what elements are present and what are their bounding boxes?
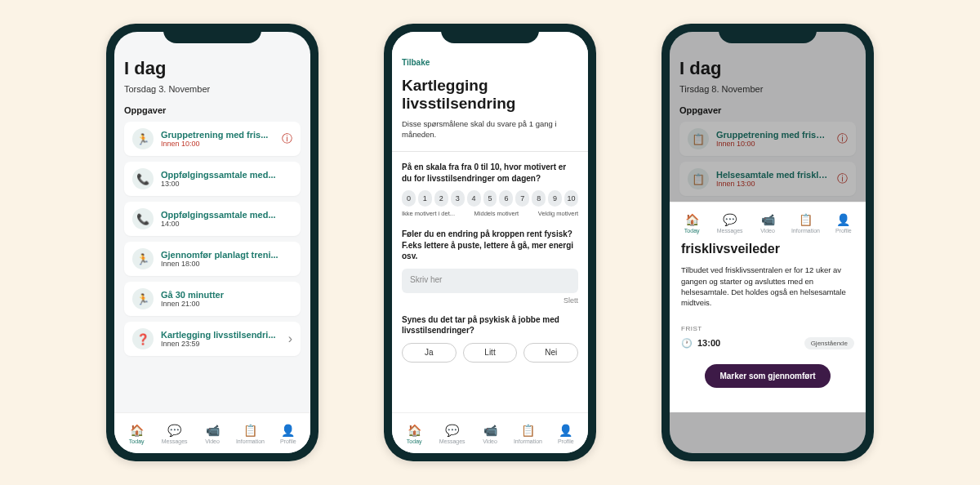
screen-detail: I dag Tirsdag 8. November Oppgaver 📋 Gru… xyxy=(670,32,866,453)
chat-icon: 💬 xyxy=(723,213,737,226)
nav-messages[interactable]: 💬Messages xyxy=(155,424,193,444)
nav-today[interactable]: 🏠Today xyxy=(118,424,155,444)
nav-profile[interactable]: 👤Profile xyxy=(270,424,307,444)
bottom-nav: 🏠Today 💬Messages 📹Video 📋Information 👤Pr… xyxy=(670,202,866,242)
deadline-row: 🕐 13:00 Gjenstående xyxy=(681,337,854,349)
question-1: På en skala fra fra 0 til 10, hvor motiv… xyxy=(402,162,578,184)
task-time: 14:00 xyxy=(161,220,292,228)
scale-option[interactable]: 6 xyxy=(499,190,513,207)
phone-today: I dag Torsdag 3. November Oppgaver 🏃 Gru… xyxy=(106,24,318,461)
task-time: Innen 21:00 xyxy=(161,300,292,308)
chat-icon: 💬 xyxy=(445,424,459,437)
video-icon: 📹 xyxy=(206,424,220,437)
task-item[interactable]: 🏃 Gruppetrening med fris... Innen 10:00 … xyxy=(124,122,301,156)
video-icon: 📹 xyxy=(483,424,497,437)
scale-label-mid: Middels motivert xyxy=(474,210,519,217)
task-item[interactable]: 🏃 Gå 30 minutter Innen 21:00 xyxy=(124,282,301,316)
task-title: Gå 30 minutter xyxy=(161,290,292,300)
alert-icon: ⓘ xyxy=(282,131,292,146)
nav-profile[interactable]: 👤Profile xyxy=(547,424,585,444)
nav-label: Video xyxy=(760,228,775,234)
nav-label: Today xyxy=(684,228,700,234)
nav-label: Information xyxy=(236,438,265,444)
free-text-input[interactable]: Skriv her xyxy=(402,269,578,293)
scale-option[interactable]: 3 xyxy=(451,190,465,207)
device-notch xyxy=(163,24,261,43)
scale-labels: Ikke motivert i det... Middels motivert … xyxy=(402,210,578,217)
nav-video[interactable]: 📹Video xyxy=(471,424,509,444)
nav-profile[interactable]: 👤Profile xyxy=(825,213,862,234)
clipboard-icon: 📋 xyxy=(243,424,257,437)
scale-option[interactable]: 8 xyxy=(532,190,546,207)
task-body: Oppfølgingssamtale med... 13:00 xyxy=(161,170,292,188)
bottom-nav: 🏠Today 💬Messages 📹Video 📋Information 👤Pr… xyxy=(114,412,310,453)
task-body: Kartlegging livsstilsendri... Innen 23:5… xyxy=(161,330,281,348)
nav-messages[interactable]: 💬Messages xyxy=(710,213,748,234)
scale-option[interactable]: 1 xyxy=(418,190,432,207)
scale-option[interactable]: 2 xyxy=(434,190,448,207)
person-icon: 👤 xyxy=(559,424,572,437)
nav-information[interactable]: 📋Information xyxy=(786,213,824,234)
device-notch xyxy=(441,24,539,43)
home-icon: 🏠 xyxy=(130,424,144,437)
task-body: Gå 30 minutter Innen 21:00 xyxy=(161,290,292,308)
phone-detail: I dag Tirsdag 8. November Oppgaver 📋 Gru… xyxy=(662,24,874,461)
task-title: Oppfølgingssamtale med... xyxy=(161,170,292,180)
nav-information[interactable]: 📋Information xyxy=(231,424,269,444)
nav-label: Messages xyxy=(439,438,466,444)
choice-option[interactable]: Litt xyxy=(463,343,518,363)
choice-option[interactable]: Ja xyxy=(402,343,457,363)
screen-survey: Tilbake Kartlegging livsstilsendring Dis… xyxy=(392,32,588,453)
section-label: Oppgaver xyxy=(124,105,301,115)
task-body: Gruppetrening med fris... Innen 10:00 xyxy=(161,130,274,148)
task-item[interactable]: ❓ Kartlegging livsstilsendri... Innen 23… xyxy=(124,322,301,356)
task-body: Gjennomfør planlagt treni... Innen 18:00 xyxy=(161,250,292,268)
chat-icon: 💬 xyxy=(167,424,181,437)
scale-option[interactable]: 4 xyxy=(467,190,481,207)
home-icon: 🏠 xyxy=(408,424,421,437)
nav-messages[interactable]: 💬Messages xyxy=(433,424,470,444)
scale-option[interactable]: 5 xyxy=(483,190,497,207)
chevron-right-icon: › xyxy=(288,331,292,346)
task-time: Innen 10:00 xyxy=(161,140,274,148)
choice-option[interactable]: Nei xyxy=(523,343,578,363)
back-link[interactable]: Tilbake xyxy=(402,58,578,67)
scale-option[interactable]: 10 xyxy=(564,190,578,207)
survey-content: Tilbake Kartlegging livsstilsendring Dis… xyxy=(392,32,588,412)
clear-link[interactable]: Slett xyxy=(402,296,578,305)
task-item[interactable]: 📞 Oppfølgingssamtale med... 13:00 xyxy=(124,162,301,196)
mark-complete-button[interactable]: Marker som gjennomført xyxy=(705,364,830,388)
today-content: I dag Torsdag 3. November Oppgaver 🏃 Gru… xyxy=(114,32,310,412)
person-icon: 👤 xyxy=(281,424,295,437)
page-title: I dag xyxy=(124,58,301,79)
task-time: 13:00 xyxy=(161,180,292,188)
task-title: Oppfølgingssamtale med... xyxy=(161,210,292,220)
nav-label: Information xyxy=(514,438,542,444)
scale-option[interactable]: 7 xyxy=(515,190,529,207)
phone-icon: 📞 xyxy=(132,168,154,189)
person-icon: 👤 xyxy=(836,213,850,226)
nav-today[interactable]: 🏠Today xyxy=(673,213,710,234)
task-time: Innen 18:00 xyxy=(161,260,292,268)
nav-video[interactable]: 📹Video xyxy=(749,213,786,234)
nav-label: Profile xyxy=(558,438,574,444)
phone-icon: 📞 xyxy=(132,208,154,229)
nav-label: Today xyxy=(407,438,422,444)
nav-label: Video xyxy=(483,438,497,444)
device-notch xyxy=(719,24,817,43)
bottom-nav: 🏠Today 💬Messages 📹Video 📋Information 👤Pr… xyxy=(392,412,588,453)
nav-label: Today xyxy=(129,438,145,444)
nav-video[interactable]: 📹Video xyxy=(194,424,231,444)
scale-label-low: Ikke motivert i det... xyxy=(402,210,455,217)
task-item[interactable]: 📞 Oppfølgingssamtale med... 14:00 xyxy=(124,202,301,236)
divider xyxy=(392,151,588,152)
scale-option[interactable]: 0 xyxy=(402,190,416,207)
task-title: Gjennomfør planlagt treni... xyxy=(161,250,292,260)
nav-information[interactable]: 📋Information xyxy=(509,424,546,444)
status-badge: Gjenstående xyxy=(804,337,854,349)
task-item[interactable]: 🏃 Gjennomfør planlagt treni... Innen 18:… xyxy=(124,242,301,276)
scale-option[interactable]: 9 xyxy=(548,190,562,207)
screen-today: I dag Torsdag 3. November Oppgaver 🏃 Gru… xyxy=(114,32,310,453)
nav-today[interactable]: 🏠Today xyxy=(395,424,433,444)
nav-label: Information xyxy=(791,228,820,234)
